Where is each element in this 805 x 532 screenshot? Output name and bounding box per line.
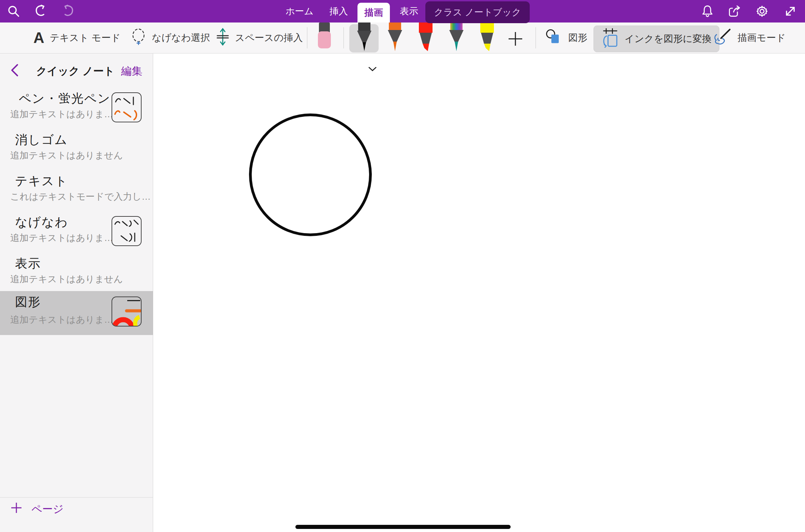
shapes-button[interactable]: 図形: [545, 22, 587, 53]
page-list-item[interactable]: なげなわ 追加テキストはありま…: [0, 211, 153, 253]
drawing-canvas[interactable]: [153, 54, 805, 532]
draw-mode-button[interactable]: 描画モード: [713, 22, 786, 53]
notifications-bell-icon[interactable]: [700, 4, 715, 19]
notebook-section-title: クイック ノート: [36, 64, 115, 78]
text-mode-label: テキスト モード: [50, 31, 121, 44]
redo-icon: [60, 4, 75, 19]
settings-gear-icon[interactable]: [755, 4, 770, 19]
insert-space-button[interactable]: スペースの挿入: [216, 22, 303, 53]
red-highlighter-tool[interactable]: [416, 22, 435, 53]
lasso-select-button[interactable]: なげなわ選択: [131, 22, 210, 53]
lasso-icon: [131, 28, 146, 48]
draw-mode-label: 描画モード: [737, 31, 786, 44]
add-page-row: ページ: [0, 497, 153, 532]
sidebar-header: クイック ノート 編集: [0, 61, 153, 78]
tab-insert[interactable]: 挿入: [327, 0, 350, 22]
page-title-handwritten: ペン・蛍光ペン: [19, 90, 111, 107]
draw-mode-icon: [713, 28, 732, 48]
eraser-tool[interactable]: [317, 22, 332, 50]
plus-icon: [10, 502, 23, 517]
home-indicator[interactable]: [295, 525, 511, 529]
page-subtitle: 追加テキストはありま…: [10, 314, 113, 326]
page-title-handwritten: 図形: [15, 294, 41, 310]
lasso-select-label: なげなわ選択: [152, 31, 210, 44]
add-page-button[interactable]: ページ: [10, 502, 63, 517]
divider: [536, 27, 536, 48]
page-list-item[interactable]: 表示 追加テキストはありません: [0, 253, 153, 294]
insert-space-icon: [216, 27, 230, 49]
page-subtitle: これはテキストモードで入力し…: [10, 191, 151, 203]
orange-pen-tool[interactable]: [385, 22, 405, 53]
tab-draw[interactable]: 描画: [357, 3, 390, 22]
page-list-item[interactable]: 消しゴム 追加テキストはありません: [0, 129, 153, 170]
undo-icon[interactable]: [33, 4, 48, 19]
page-title-handwritten: 表示: [15, 255, 41, 272]
back-chevron-icon[interactable]: [10, 63, 19, 78]
black-pen-tool[interactable]: [355, 22, 374, 53]
page-title-handwritten: なげなわ: [15, 214, 68, 231]
text-mode-icon: A: [33, 30, 44, 45]
page-list-item[interactable]: ペン・蛍光ペン 追加テキストはありま…: [0, 88, 153, 129]
fullscreen-icon[interactable]: [783, 4, 798, 19]
page-thumbnail-pen-highlighter: [112, 92, 142, 122]
page-thumbnail-shapes: [112, 297, 142, 326]
tab-view[interactable]: 表示: [398, 0, 420, 22]
ink-circle-drawing: [153, 54, 805, 532]
add-page-label: ページ: [31, 502, 63, 516]
insert-space-label: スペースの挿入: [235, 31, 303, 44]
page-list-item-selected[interactable]: 図形 追加テキストはありま…: [0, 291, 153, 335]
page-title-handwritten: 消しゴム: [15, 132, 68, 148]
shapes-label: 図形: [568, 31, 587, 44]
edit-button[interactable]: 編集: [121, 64, 142, 78]
tab-home[interactable]: ホーム: [286, 0, 313, 22]
onenote-window: ホーム 挿入 描画 表示 クラス ノートブック: [0, 0, 805, 532]
page-list-sidebar: クイック ノート 編集 ペン・蛍光ペン 追加テキストはありま… 消しゴム 追加テ: [0, 54, 153, 532]
yellow-highlighter-tool[interactable]: [478, 22, 497, 53]
page-thumbnail-lasso: [112, 216, 142, 246]
ink-to-shape-label: インクを図形に変換: [625, 32, 712, 45]
add-pen-button[interactable]: [508, 31, 523, 48]
draw-ribbon: A テキスト モード なげなわ選択: [0, 22, 805, 54]
ink-to-shape-button[interactable]: インクを図形に変換: [594, 26, 719, 52]
divider: [343, 27, 344, 48]
rainbow-pen-tool[interactable]: [447, 22, 466, 53]
top-app-bar: ホーム 挿入 描画 表示 クラス ノートブック: [0, 0, 805, 22]
page-list-item[interactable]: テキスト これはテキストモードで入力し…: [0, 170, 153, 211]
chevron-down-icon[interactable]: [368, 66, 377, 74]
tab-class-notebook[interactable]: クラス ノートブック: [425, 1, 530, 23]
page-title-handwritten: テキスト: [15, 173, 68, 189]
divider: [307, 27, 307, 48]
page-subtitle: 追加テキストはありません: [10, 273, 123, 285]
text-mode-button[interactable]: A テキスト モード: [33, 22, 121, 53]
ink-to-shape-icon: [601, 28, 620, 50]
shapes-icon: [545, 28, 563, 48]
search-icon[interactable]: [6, 4, 21, 19]
share-icon[interactable]: [727, 4, 742, 19]
page-subtitle: 追加テキストはありま…: [10, 232, 113, 244]
page-subtitle: 追加テキストはありません: [10, 149, 123, 162]
page-subtitle: 追加テキストはありま…: [10, 108, 113, 120]
